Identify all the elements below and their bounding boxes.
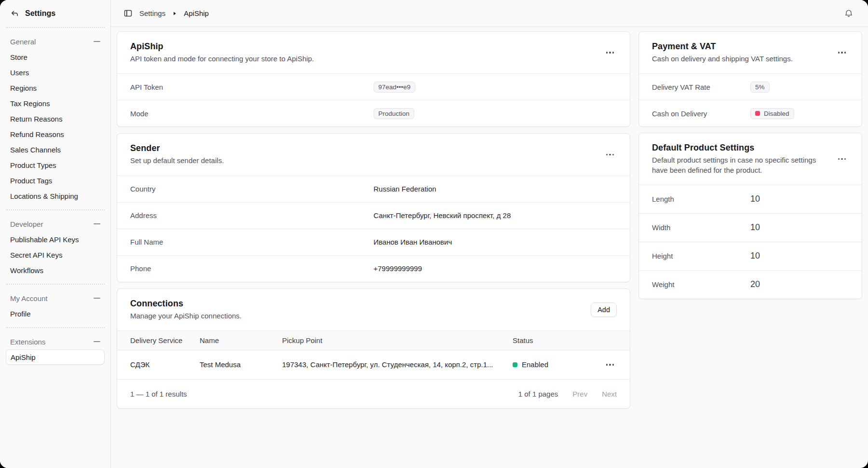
pagination-prev-button[interactable]: Prev [572, 390, 587, 398]
sidebar-item-workflows[interactable]: Workflows [6, 262, 105, 278]
country-label: Country [130, 185, 374, 193]
sidebar-item-users[interactable]: Users [6, 65, 105, 80]
section-extensions-label: Extensions [10, 338, 45, 346]
divider [6, 327, 105, 328]
divider [6, 284, 105, 285]
apiship-menu-button[interactable] [603, 49, 617, 56]
default-product-settings-header: Default Product Settings Default product… [639, 133, 862, 185]
sidebar-item-product-tags[interactable]: Product Tags [6, 173, 105, 188]
sidebar-item-return-reasons[interactable]: Return Reasons [6, 111, 105, 126]
sidebar-toggle-button[interactable] [123, 9, 133, 18]
phone-label: Phone [130, 264, 374, 273]
mode-row: Mode Production [117, 100, 630, 126]
sidebar-item-refund-reasons[interactable]: Refund Reasons [6, 126, 105, 142]
sidebar-item-apiship[interactable]: ApiShip [6, 349, 105, 365]
minus-icon [94, 341, 100, 342]
length-label: Length [652, 195, 750, 203]
section-developer: Developer [6, 216, 105, 232]
country-value: Russian Federation [374, 185, 617, 193]
full-name-value: Иванов Иван Иванович [374, 238, 617, 246]
weight-value: 20 [750, 279, 849, 289]
notifications-button[interactable] [842, 7, 855, 20]
status-enabled-text: Enabled [522, 360, 548, 369]
pagination-next-button[interactable]: Next [602, 390, 617, 398]
connections-card-header: Connections Manage your ApiShip connecti… [117, 289, 630, 330]
main-area: Settings ApiShip [111, 0, 868, 468]
section-my-account-label: My Account [10, 294, 48, 303]
main-column: ApiShip API token and mode for connectin… [117, 31, 630, 409]
connections-table-header: Delivery Service Name Pickup Point Statu… [117, 330, 630, 350]
content: ApiShip API token and mode for connectin… [111, 27, 868, 468]
width-value: 10 [750, 222, 849, 233]
connection-row-menu-button[interactable] [603, 361, 617, 369]
breadcrumb-separator-icon [172, 11, 177, 16]
app-window: Settings General Store Users Regions Tax… [0, 0, 868, 468]
api-token-label: API Token [130, 83, 374, 91]
section-developer-label: Developer [10, 220, 43, 228]
section-general-label: General [10, 38, 36, 46]
phone-row: Phone +79999999999 [117, 255, 630, 282]
payment-vat-card-header: Payment & VAT Cash on delivery and shipp… [639, 32, 862, 73]
address-label: Address [130, 211, 374, 220]
country-row: Country Russian Federation [117, 176, 630, 202]
bell-icon [844, 9, 854, 18]
sidebar-item-locations-shipping[interactable]: Locations & Shipping [6, 188, 105, 204]
sidebar-item-publishable-api-keys[interactable]: Publishable API Keys [6, 232, 105, 247]
full-name-row: Full Name Иванов Иван Иванович [117, 229, 630, 255]
collapse-my-account-button[interactable] [94, 298, 100, 299]
sidebar-item-product-types[interactable]: Product Types [6, 157, 105, 173]
connection-row[interactable]: СДЭК Test Medusa 197343, Санкт-Петербург… [117, 350, 630, 379]
section-extensions: Extensions [6, 334, 105, 349]
height-label: Height [652, 252, 750, 260]
sidebar-item-secret-api-keys[interactable]: Secret API Keys [6, 247, 105, 262]
col-name: Name [200, 336, 282, 344]
payment-vat-card-subtitle: Cash on delivery and shipping VAT settin… [652, 54, 827, 64]
collapse-general-button[interactable] [94, 41, 100, 42]
col-delivery-service: Delivery Service [130, 336, 200, 344]
collapse-extensions-button[interactable] [94, 341, 100, 342]
collapse-developer-button[interactable] [94, 223, 100, 224]
apiship-card: ApiShip API token and mode for connectin… [117, 31, 630, 127]
default-product-settings-title: Default Product Settings [652, 143, 827, 153]
default-product-settings-menu-button[interactable] [835, 155, 849, 163]
add-connection-button[interactable]: Add [591, 303, 617, 317]
payment-vat-card-title: Payment & VAT [652, 41, 827, 52]
breadcrumb: Settings ApiShip [123, 9, 209, 18]
connection-name: Test Medusa [200, 360, 282, 369]
connections-card-subtitle: Manage your ApiShip connections. [130, 311, 583, 321]
breadcrumb-settings[interactable]: Settings [139, 9, 165, 17]
breadcrumb-apiship: ApiShip [184, 9, 209, 17]
apiship-card-title: ApiShip [130, 41, 596, 52]
delivery-vat-rate-badge: 5% [750, 82, 770, 93]
sidebar-item-store[interactable]: Store [6, 49, 105, 65]
sidebar-item-tax-regions[interactable]: Tax Regions [6, 96, 105, 111]
cash-on-delivery-row: Cash on Delivery Disabled [639, 100, 862, 126]
col-pickup-point: Pickup Point [282, 336, 513, 344]
section-my-account: My Account [6, 290, 105, 306]
sidebar-item-sales-channels[interactable]: Sales Channels [6, 142, 105, 157]
apiship-card-subtitle: API token and mode for connecting your s… [130, 54, 596, 64]
height-row: Height 10 [639, 242, 862, 270]
minus-icon [94, 223, 100, 224]
width-label: Width [652, 223, 750, 232]
cash-on-delivery-badge: Disabled [750, 108, 794, 119]
payment-vat-menu-button[interactable] [835, 49, 849, 56]
length-row: Length 10 [639, 185, 862, 213]
connection-pickup-point: 197343, Санкт-Петербург, ул. Студенческа… [282, 360, 513, 369]
pagination-pages: 1 of 1 pages [518, 390, 558, 398]
minus-icon [94, 298, 100, 299]
phone-value: +79999999999 [374, 264, 617, 273]
back-button[interactable] [10, 9, 19, 18]
length-value: 10 [750, 194, 849, 204]
sidebar-item-profile[interactable]: Profile [6, 306, 105, 321]
connection-status: Enabled [513, 360, 594, 369]
connection-delivery-service: СДЭК [130, 360, 200, 369]
sidebar-toggle-icon [123, 9, 133, 18]
connections-pagination: 1 — 1 of 1 results 1 of 1 pages Prev Nex… [117, 379, 630, 408]
sender-card: Sender Set up default sender details. Co… [117, 133, 630, 282]
sidebar-item-regions[interactable]: Regions [6, 80, 105, 96]
cash-on-delivery-badge-text: Disabled [764, 110, 789, 117]
height-value: 10 [750, 251, 849, 261]
sender-menu-button[interactable] [603, 151, 617, 159]
divider [6, 209, 105, 210]
